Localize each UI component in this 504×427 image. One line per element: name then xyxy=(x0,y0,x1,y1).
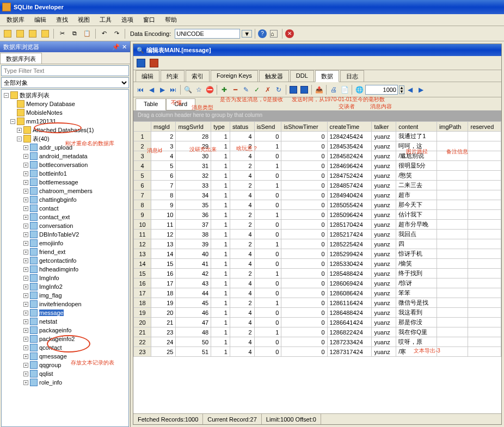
tree-node[interactable]: +hdheadimginfo xyxy=(2,265,128,274)
last-record-button[interactable]: ⏭ xyxy=(168,85,178,95)
save-button[interactable] xyxy=(136,58,146,69)
tree-expand-icon[interactable]: + xyxy=(23,319,28,324)
editor-tab[interactable]: 索引 xyxy=(186,70,210,82)
editor-tab[interactable]: DDL xyxy=(290,70,314,82)
tree-node[interactable]: +message xyxy=(2,308,128,317)
tree-node[interactable]: +img_flag xyxy=(2,291,128,300)
post-button[interactable]: ✓ xyxy=(252,85,262,95)
panel-close-icon[interactable]: ✕ xyxy=(122,44,127,51)
tree-node[interactable]: −数据库列表 xyxy=(2,91,128,100)
menu-item[interactable]: 帮助 xyxy=(161,15,181,25)
tree-expand-icon[interactable]: + xyxy=(23,145,28,150)
data-row[interactable]: 16174314001286069424yuanz/惊讶 xyxy=(134,279,501,288)
editor-tab[interactable]: 日志 xyxy=(340,70,364,82)
data-row[interactable]: 453112101284696424yuanz很明显5分 xyxy=(134,161,501,171)
tree-expand-icon[interactable]: + xyxy=(23,354,28,359)
tree-node[interactable]: +role_info xyxy=(2,378,128,387)
tree-expand-icon[interactable]: + xyxy=(23,189,28,194)
tree-expand-icon[interactable]: + xyxy=(23,206,28,211)
tree-expand-icon[interactable]: + xyxy=(23,180,28,185)
home-button[interactable]: ⌂ xyxy=(268,28,279,39)
help-button[interactable]: ? xyxy=(258,29,267,38)
tree-node[interactable]: +ImgInfo xyxy=(2,274,128,282)
tree-expand-icon[interactable]: + xyxy=(23,197,28,202)
new-db-button[interactable] xyxy=(2,28,13,39)
tree-expand-icon[interactable]: + xyxy=(23,284,28,289)
tree-expand-icon[interactable]: + xyxy=(23,171,28,176)
data-row[interactable]: 13144014001285299424yuanz惊讶手机 xyxy=(134,249,501,259)
add-record-button[interactable]: ✚ xyxy=(219,85,229,95)
menu-item[interactable]: 数据库 xyxy=(2,15,29,25)
save-data-button[interactable] xyxy=(288,85,298,95)
tree-expand-icon[interactable]: + xyxy=(23,311,28,315)
tree-expand-icon[interactable]: + xyxy=(23,163,28,168)
column-header[interactable]: talker xyxy=(372,122,396,132)
data-row[interactable]: 18194512101286116424yuanz微信号是找 xyxy=(134,298,501,308)
tree-expand-icon[interactable]: + xyxy=(23,372,28,376)
column-header[interactable]: reserved xyxy=(468,122,501,132)
pin-icon[interactable]: 📌 xyxy=(112,44,120,51)
filter-input[interactable] xyxy=(1,65,129,76)
data-row[interactable]: 232912101284535424yuanz呵呵，这 xyxy=(134,141,501,151)
search-button[interactable]: 🔍 xyxy=(183,85,193,95)
tree-node[interactable]: +qcontact xyxy=(2,343,128,352)
prev-record-button[interactable]: ◀ xyxy=(146,85,156,95)
data-row[interactable]: 15164212101285488424yuanz终于找到 xyxy=(134,269,501,279)
data-grid[interactable]: msgIdmsgSvrIdtypestatusisSendisShowTimer… xyxy=(133,121,501,413)
tree-expand-icon[interactable]: + xyxy=(17,128,22,133)
tree-node[interactable]: +invitefriendopen xyxy=(2,300,128,308)
filter-button[interactable]: ⛔ xyxy=(205,85,214,95)
tree-node[interactable]: +qqgroup xyxy=(2,361,128,369)
tree-node[interactable]: +getcontactinfo xyxy=(2,256,128,265)
tree-node[interactable]: +packageinfo2 xyxy=(2,335,128,343)
menu-item[interactable]: 编辑 xyxy=(30,15,51,25)
data-row[interactable]: 563214001284752424yuanz/憨笑 xyxy=(134,171,501,181)
editor-tab[interactable]: 约束 xyxy=(161,70,185,82)
menu-item[interactable]: 选项 xyxy=(117,15,138,25)
data-row[interactable]: 11123814001285217424yuanz我回点 xyxy=(134,230,501,239)
tree-expand-icon[interactable]: + xyxy=(23,328,28,333)
data-row[interactable]: 783414001284940424yuanz超市 xyxy=(134,190,501,200)
cancel-button[interactable]: ✗ xyxy=(263,85,273,95)
data-row[interactable]: 893514001285055424yuanz那今天下 xyxy=(134,200,501,210)
tree-expand-icon[interactable]: + xyxy=(23,224,28,228)
column-header[interactable]: isShowTimer xyxy=(281,122,327,132)
tree-node[interactable]: Memory Database xyxy=(2,100,128,108)
tree-expand-icon[interactable]: + xyxy=(23,380,28,385)
tree-expand-icon[interactable]: + xyxy=(23,215,28,220)
tree-node[interactable]: MobisleNotes xyxy=(2,108,128,117)
tree-node[interactable]: +DBInfoTableV2 xyxy=(2,230,128,239)
tree-expand-icon[interactable]: + xyxy=(23,232,28,237)
view-tab[interactable]: Card xyxy=(166,98,195,110)
tree-node[interactable]: +chattingbginfo xyxy=(2,195,128,204)
cut-button[interactable]: ✂ xyxy=(57,28,67,39)
tree-node[interactable]: +bottleconversation xyxy=(2,160,128,169)
column-header[interactable]: createTime xyxy=(327,122,372,132)
tree-expand-icon[interactable]: + xyxy=(23,267,28,272)
menu-item[interactable]: 查找 xyxy=(52,15,72,25)
tree-expand-icon[interactable]: + xyxy=(23,363,28,368)
refresh-data-button[interactable]: ↻ xyxy=(274,85,284,95)
column-header[interactable]: msgId xyxy=(151,122,176,132)
menubar[interactable]: 数据库编辑查找视图工具选项窗口帮助 xyxy=(0,14,504,26)
tree-node[interactable]: +addr_upload xyxy=(2,143,128,152)
first-record-button[interactable]: ⏮ xyxy=(136,85,145,95)
tree-node[interactable]: +conversation xyxy=(2,221,128,230)
group-by-bar[interactable]: Drag a column header here to group by th… xyxy=(133,110,501,121)
preview-button[interactable]: 📄 xyxy=(340,85,349,95)
tree-expand-icon[interactable]: + xyxy=(23,258,28,263)
tree-node[interactable]: +contact xyxy=(2,204,128,213)
next-record-button[interactable]: ▶ xyxy=(157,85,167,95)
editor-tab[interactable]: 触发器 xyxy=(259,70,289,82)
redo-button[interactable]: ↷ xyxy=(111,28,122,39)
data-row[interactable]: 21234812101286822424yuanz我在你Q里 xyxy=(134,327,501,337)
tree-node[interactable]: +chatroom_members xyxy=(2,187,128,195)
column-header[interactable]: status xyxy=(230,122,254,132)
tree-expand-icon[interactable]: + xyxy=(23,250,28,255)
tree-node[interactable]: +qqlist xyxy=(2,369,128,378)
column-header[interactable]: imgPath xyxy=(437,122,468,132)
data-row[interactable]: 122814001284245424yuanz我通过了1 xyxy=(134,132,501,141)
data-row[interactable]: 19204614001286488424yuanz我这看到 xyxy=(134,308,501,318)
copy-button[interactable]: ⧉ xyxy=(69,28,80,39)
tree-node[interactable]: +emojiinfo xyxy=(2,239,128,247)
